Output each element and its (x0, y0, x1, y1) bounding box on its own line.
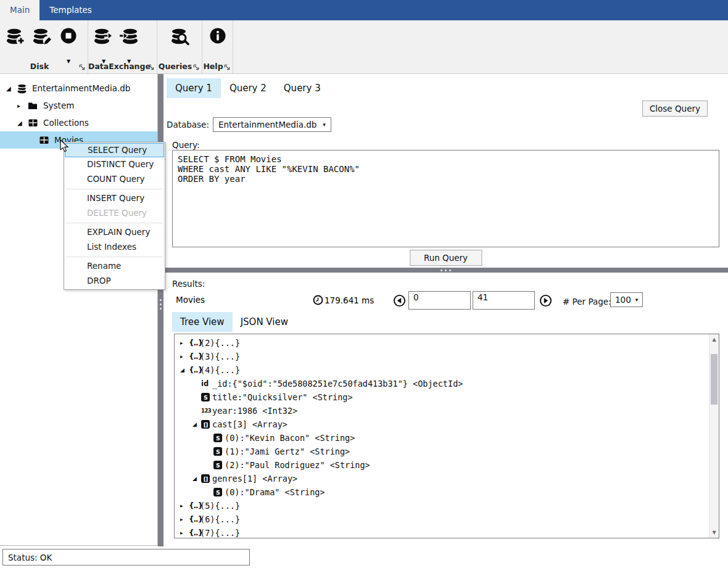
results-collection-name: Movies (176, 295, 205, 305)
collapsed-arrow-icon[interactable]: ▸ (180, 340, 189, 346)
expanded-arrow-icon[interactable]: ◢ (192, 421, 201, 427)
tree-row[interactable]: S(0):"Kevin Bacon" <String> (175, 431, 708, 445)
tree-row-text: (2):"Paul Rodriguez" <String> (225, 460, 370, 470)
expanded-arrow-icon[interactable]: ◢ (192, 475, 201, 482)
close-query-button[interactable]: Close Query (642, 101, 708, 117)
results-tree: ▸{..}(2){...}▸{..}(3){...}◢{..}(4){...}i… (174, 334, 719, 538)
menu-item-select-query[interactable]: SELECT Query (65, 143, 164, 157)
dialog-launcher-icon[interactable] (79, 64, 86, 71)
tree-row[interactable]: ▸{..}(2){...} (175, 336, 708, 350)
database-select[interactable]: EntertainmentMedia.db ▾ (213, 117, 331, 132)
ribbon-group-help: Help (202, 20, 233, 73)
chevron-down-icon: ▾ (635, 297, 639, 303)
ribbon-group-label: DataExchange (88, 62, 148, 71)
splitter-grip-icon (441, 270, 451, 271)
results-info-row: Movies 179.641 ms # Per Page: 100 ▾ (163, 291, 728, 312)
results-collection: Movies (174, 295, 205, 305)
scroll-down-icon[interactable]: ▼ (709, 530, 719, 535)
sidebar-item-label: Collections (43, 118, 89, 128)
tree-row-text: (0):"Drama" <String> (225, 487, 325, 497)
sidebar-item-entertainmentmedia-db[interactable]: ◢EntertainmentMedia.db (0, 80, 157, 97)
ribbon-toolbar: ▼Disk▼▼DataExchangeQueriesHelp (0, 20, 728, 74)
tree-row[interactable]: ▸{..}(7){...} (175, 526, 708, 538)
tree-row[interactable]: id_id:{"$oid":"5de5808251e7c50fad413b31"… (175, 377, 708, 390)
query-tabs: Query 1Query 2Query 3 (167, 78, 329, 98)
menu-item-explain-query[interactable]: EXPLAIN Query (65, 225, 164, 240)
tree-row[interactable]: ▸{..}(6){...} (175, 512, 708, 526)
results-label: Results: (172, 279, 205, 289)
sidebar-item-system[interactable]: ▸System (0, 97, 157, 114)
page-start-input[interactable] (408, 291, 471, 310)
menu-separator (66, 223, 163, 223)
database-icon (17, 83, 29, 93)
expanded-arrow-icon[interactable]: ◢ (17, 120, 28, 126)
tree-row-text: (6){...} (200, 514, 240, 524)
expanded-arrow-icon[interactable]: ◢ (6, 85, 17, 92)
tab-query-2[interactable]: Query 2 (221, 78, 275, 98)
tab-query-3[interactable]: Query 3 (275, 78, 329, 98)
tree-row[interactable]: S(2):"Paul Rodriguez" <String> (175, 458, 708, 472)
results-scrollbar[interactable]: ▲ ▼ (709, 334, 719, 538)
dialog-launcher-icon[interactable] (224, 64, 231, 71)
run-query-button[interactable]: Run Query (410, 250, 482, 266)
tree-row[interactable]: ◢{..}(4){...} (175, 363, 708, 377)
elapsed-time: 179.641 ms (313, 295, 374, 305)
dialog-launcher-icon[interactable] (148, 64, 155, 71)
database-search-icon (170, 26, 189, 46)
window-tab-main[interactable]: Main (0, 0, 39, 20)
string-icon: S (201, 393, 210, 401)
menu-item-distinct-query[interactable]: DISTINCT Query (65, 157, 164, 172)
horizontal-splitter[interactable] (163, 268, 728, 273)
tree-row[interactable]: S(0):"Drama" <String> (175, 485, 708, 499)
tab-json-view[interactable]: JSON View (233, 312, 296, 332)
database-label: Database: (167, 120, 209, 130)
status-bar: Status: OK (2, 549, 250, 566)
query-editor[interactable]: SELECT $ FROM Movies WHERE cast ANY LIKE… (172, 150, 719, 247)
collapsed-arrow-icon[interactable]: ▸ (180, 530, 189, 536)
tree-row[interactable]: S(1):"Jami Gertz" <String> (175, 445, 708, 458)
tree-row-text: (0):"Kevin Bacon" <String> (225, 433, 355, 443)
menu-item-insert-query[interactable]: INSERT Query (65, 191, 164, 206)
menu-separator (66, 257, 163, 257)
tree-row[interactable]: ▸{..}(5){...} (175, 499, 708, 512)
string-icon: S (213, 461, 222, 469)
database-export-icon (94, 26, 114, 46)
tree-row-text: (4){...} (200, 365, 240, 375)
clock-icon (313, 295, 323, 305)
previous-page-button[interactable] (393, 294, 406, 307)
tab-query-1[interactable]: Query 1 (167, 78, 221, 98)
tree-row-text: (2){...} (200, 338, 240, 348)
tree-row[interactable]: ◢[]cast[3] <Array> (175, 418, 708, 431)
scroll-up-icon[interactable]: ▲ (709, 337, 719, 342)
info-icon (208, 26, 228, 46)
tree-row[interactable]: Stitle:"Quicksilver" <String> (175, 390, 708, 404)
app-window: MainTemplates ▼Disk▼▼DataExchangeQueries… (0, 0, 728, 568)
expanded-arrow-icon[interactable]: ◢ (180, 367, 189, 373)
menu-item-count-query[interactable]: COUNT Query (65, 172, 164, 187)
tree-row-text: _id:{"$oid":"5de5808251e7c50fad413b31"} … (212, 379, 463, 389)
result-view-tabs: Tree ViewJSON View (172, 312, 296, 332)
per-page-select[interactable]: 100 ▾ (610, 292, 643, 307)
collapsed-arrow-icon[interactable]: ▸ (180, 353, 189, 360)
sidebar-item-collections[interactable]: ◢Collections (0, 114, 157, 131)
menu-item-delete-query: DELETE Query (65, 206, 164, 221)
menu-item-drop[interactable]: DROP (65, 274, 164, 289)
scrollbar-thumb[interactable] (711, 354, 718, 405)
context-menu: SELECT QueryDISTINCT QueryCOUNT QueryINS… (64, 142, 165, 290)
next-page-button[interactable] (539, 294, 552, 307)
menu-item-rename[interactable]: Rename (65, 259, 164, 274)
tree-row[interactable]: ◢[]genres[1] <Array> (175, 472, 708, 485)
collapsed-arrow-icon[interactable]: ▸ (17, 102, 28, 109)
tree-row-text: (5){...} (200, 501, 240, 511)
page-end-input[interactable] (473, 291, 535, 310)
window-tab-templates[interactable]: Templates (39, 0, 102, 20)
collapsed-arrow-icon[interactable]: ▸ (180, 516, 189, 522)
tree-row[interactable]: ▸{..}(3){...} (175, 350, 708, 363)
tab-tree-view[interactable]: Tree View (172, 312, 233, 332)
tree-row[interactable]: 123year:1986 <Int32> (175, 404, 708, 418)
collapsed-arrow-icon[interactable]: ▸ (180, 503, 189, 509)
ribbon-group-label: Queries (157, 62, 193, 71)
dialog-launcher-icon[interactable] (193, 64, 200, 71)
ribbon-group-label: Disk (0, 62, 79, 71)
menu-item-list-indexes[interactable]: List Indexes (65, 240, 164, 255)
